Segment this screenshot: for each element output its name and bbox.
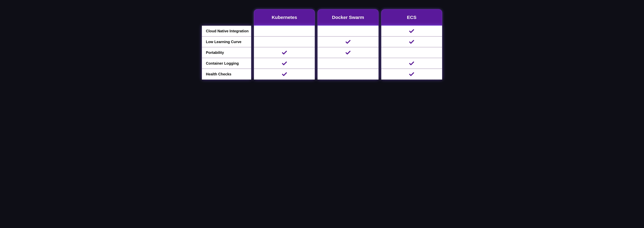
column-header: ECS <box>381 9 442 25</box>
row-label: Container Logging <box>202 58 251 69</box>
cell <box>318 36 378 47</box>
check-icon <box>409 71 414 77</box>
row-labels-column: Cloud Native Integration Low Learning Cu… <box>202 26 251 80</box>
cell <box>254 47 315 58</box>
row-label: Cloud Native Integration <box>202 26 251 36</box>
cell <box>254 58 315 69</box>
cell <box>254 69 315 80</box>
row-label: Health Checks <box>202 69 251 80</box>
check-icon <box>282 50 287 55</box>
comparison-table: Cloud Native Integration Low Learning Cu… <box>202 9 442 80</box>
cell <box>381 69 442 80</box>
check-icon <box>345 39 351 45</box>
cell <box>381 58 442 69</box>
check-icon <box>409 28 414 34</box>
check-icon <box>282 60 287 66</box>
cell <box>381 26 442 36</box>
check-icon <box>409 39 414 45</box>
cell <box>318 47 378 58</box>
row-label: Low Learning Curve <box>202 36 251 47</box>
cell <box>381 36 442 47</box>
column-kubernetes: Kubernetes <box>254 9 315 80</box>
cell <box>254 36 315 47</box>
check-icon <box>345 50 351 55</box>
check-icon <box>282 71 287 77</box>
column-docker-swarm: Docker Swarm <box>318 9 378 80</box>
row-label: Portability <box>202 47 251 58</box>
column-header: Docker Swarm <box>318 9 378 25</box>
cell <box>318 69 378 80</box>
cell <box>318 58 378 69</box>
check-icon <box>409 60 414 66</box>
cell <box>381 47 442 58</box>
cell <box>318 26 378 36</box>
cell <box>254 26 315 36</box>
column-ecs: ECS <box>381 9 442 80</box>
column-header: Kubernetes <box>254 9 315 25</box>
